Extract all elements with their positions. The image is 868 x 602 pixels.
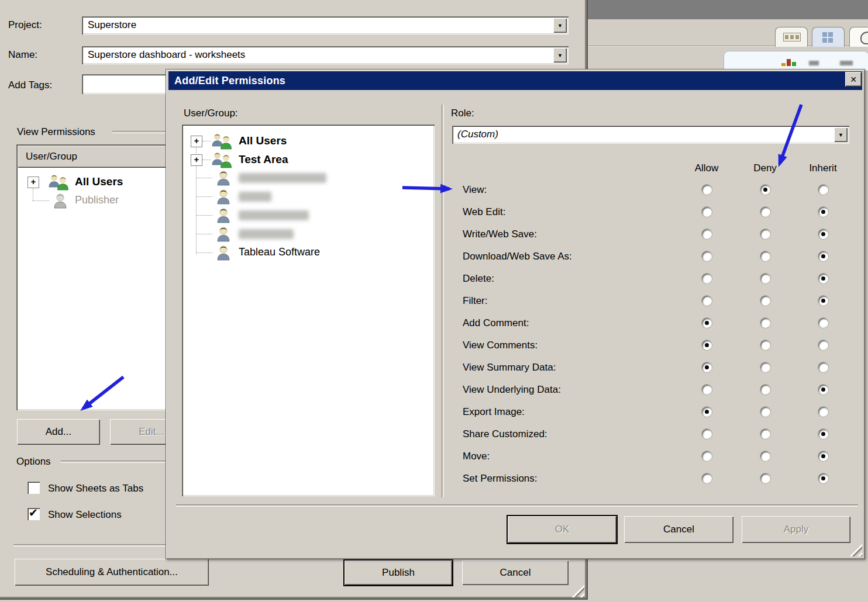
name-label: Name: (8, 49, 37, 61)
radio-inherit[interactable] (818, 251, 828, 261)
radio-allow[interactable] (702, 318, 712, 328)
radio-deny[interactable] (760, 229, 770, 239)
group-icon (48, 173, 70, 191)
radio-deny[interactable] (760, 318, 770, 328)
list-view-icon (783, 33, 801, 41)
project-value: Superstore (88, 19, 136, 31)
data-source-icon (860, 32, 868, 44)
radio-inherit[interactable] (818, 318, 828, 328)
permission-row-label: Add Comment: (463, 317, 529, 329)
radio-deny[interactable] (760, 296, 770, 306)
desktop-top-band (588, 0, 868, 19)
cancel-button[interactable]: Cancel (462, 561, 569, 585)
tree-connector (33, 200, 49, 201)
radio-inherit[interactable] (818, 296, 828, 306)
radio-deny[interactable] (760, 473, 770, 483)
scheduling-authentication-button[interactable]: Scheduling & Authentication... (15, 559, 209, 586)
radio-deny[interactable] (760, 251, 770, 261)
tab-list-view[interactable] (775, 27, 808, 47)
radio-inherit[interactable] (818, 362, 828, 372)
radio-allow[interactable] (702, 473, 712, 483)
radio-inherit[interactable] (818, 274, 828, 283)
radio-deny[interactable] (760, 385, 770, 395)
name-dropdown-button[interactable]: ▼ (553, 48, 567, 63)
user-icon-gray (53, 192, 68, 209)
chevron-down-icon: ▼ (557, 23, 563, 29)
radio-deny[interactable] (760, 185, 770, 195)
resize-grip[interactable] (570, 583, 584, 597)
radio-inherit[interactable] (818, 385, 828, 395)
column-header-label: User/Group (26, 151, 77, 162)
add-edit-permissions-dialog: Add/Edit Permissions ✕ User/Group: + All… (166, 69, 865, 559)
expand-icon[interactable]: + (27, 177, 39, 188)
check-icon: ✔ (29, 506, 38, 520)
radio-allow[interactable] (702, 362, 712, 372)
show-selections-label[interactable]: Show Selections (48, 509, 122, 521)
radio-allow[interactable] (702, 207, 712, 217)
radio-allow[interactable] (702, 251, 712, 261)
radio-inherit[interactable] (818, 207, 828, 217)
radio-inherit[interactable] (818, 185, 828, 195)
radio-deny[interactable] (760, 274, 770, 283)
name-combobox[interactable]: Superstore dashboard - worksheets ▼ (82, 46, 569, 64)
project-combobox[interactable]: Superstore ▼ (82, 16, 569, 34)
publish-button[interactable]: Publish (345, 561, 452, 585)
radio-inherit[interactable] (818, 229, 828, 239)
radio-allow[interactable] (702, 407, 712, 417)
show-sheets-as-tabs-checkbox[interactable]: ✔ (27, 482, 40, 494)
partial-text-fragment (840, 61, 853, 65)
show-sheets-as-tabs-label[interactable]: Show Sheets as Tabs (48, 483, 143, 494)
radio-deny[interactable] (760, 407, 770, 417)
permission-row-label: View Underlying Data: (463, 384, 561, 396)
radio-allow[interactable] (702, 340, 712, 350)
partial-text-fragment (809, 61, 819, 65)
permission-row-label: Write/Web Save: (463, 229, 537, 240)
side-panel (724, 51, 868, 71)
radio-inherit[interactable] (818, 429, 828, 439)
permission-row-label: Set Permissions: (463, 473, 538, 485)
radio-allow[interactable] (702, 429, 712, 439)
radio-deny[interactable] (760, 451, 770, 461)
permission-row-label: View Summary Data: (463, 362, 556, 373)
tree-item-label: All Users (75, 175, 123, 188)
apply-button[interactable]: Apply (742, 516, 850, 543)
chevron-down-icon: ▼ (557, 53, 563, 58)
project-label: Project: (8, 19, 42, 31)
radio-deny[interactable] (760, 340, 770, 350)
permission-row-label: View: (463, 184, 487, 196)
radio-allow[interactable] (702, 185, 712, 195)
radio-inherit[interactable] (818, 407, 828, 417)
radio-inherit[interactable] (818, 340, 828, 350)
view-permissions-group-title: View Permissions (17, 126, 95, 138)
radio-deny[interactable] (760, 207, 770, 217)
dialog-cancel-button[interactable]: Cancel (624, 516, 733, 543)
permission-row-label: Move: (463, 451, 490, 462)
tab-data-source[interactable] (849, 27, 868, 47)
screen: Project: Superstore ▼ Name: Superstore d… (0, 0, 868, 602)
radio-inherit[interactable] (818, 473, 828, 483)
radio-allow[interactable] (702, 229, 712, 239)
radio-inherit[interactable] (818, 451, 828, 461)
permission-row-label: Web Edit: (463, 206, 505, 218)
radio-allow[interactable] (702, 451, 712, 461)
options-group-title: Options (16, 456, 51, 468)
radio-deny[interactable] (760, 362, 770, 372)
name-value: Superstore dashboard - worksheets (88, 49, 245, 61)
show-selections-checkbox[interactable]: ✔ (27, 508, 40, 520)
permission-row-label: Download/Web Save As: (463, 251, 572, 262)
permission-row-label: Export Image: (463, 406, 525, 418)
radio-deny[interactable] (760, 429, 770, 439)
bar-chart-icon (781, 58, 798, 66)
project-dropdown-button[interactable]: ▼ (553, 18, 567, 33)
add-button[interactable]: Add... (17, 419, 100, 445)
permission-row-label: View Comments: (463, 340, 538, 351)
thumbnail-grid-icon (822, 32, 833, 43)
add-tags-label: Add Tags: (8, 79, 52, 91)
permission-row-label: Filter: (463, 295, 488, 307)
permission-row-label: Delete: (463, 273, 494, 285)
radio-allow[interactable] (702, 385, 712, 395)
tab-thumbnail-view[interactable] (812, 27, 845, 47)
ok-button[interactable]: OK (508, 516, 616, 543)
radio-allow[interactable] (702, 274, 712, 283)
radio-allow[interactable] (702, 296, 712, 306)
